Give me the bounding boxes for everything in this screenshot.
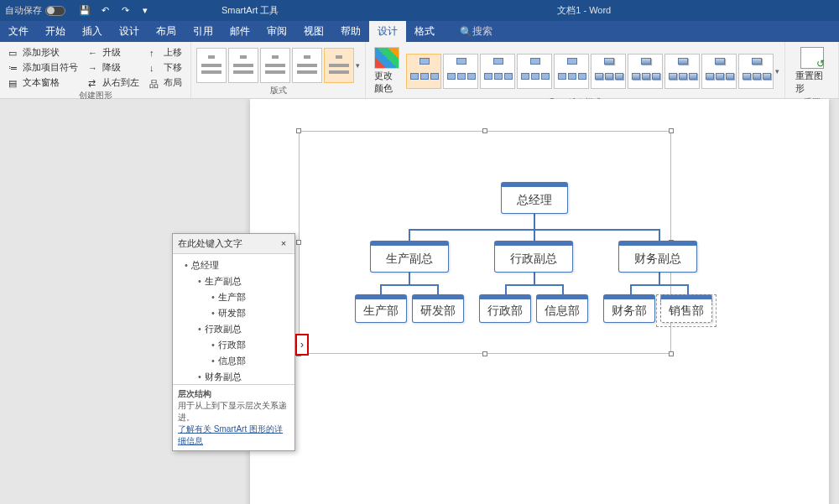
group-create-graphic: ▭添加形状 ≔添加项目符号 ▤文本窗格 ←升级 →降级 ⇄从右到左 ↑上移 ↓下…	[0, 42, 191, 98]
style-gallery: ▾	[406, 45, 779, 96]
tab-review[interactable]: 审阅	[258, 21, 295, 42]
learn-more-link[interactable]: 了解有关 SmartArt 图形的详细信息	[178, 423, 289, 447]
layout-icon: 品	[149, 78, 161, 88]
shape-icon: ▭	[8, 48, 20, 58]
autosave-toggle[interactable]: 自动保存	[0, 4, 70, 17]
style-option-6[interactable]	[591, 54, 626, 89]
redo-icon[interactable]: ↷	[116, 3, 134, 19]
style-option-10[interactable]	[738, 54, 774, 89]
contextual-tab-label: SmartArt 工具	[221, 4, 279, 17]
move-up-button[interactable]: ↑上移	[146, 45, 185, 60]
text-pane-item[interactable]: •生产部	[175, 289, 293, 305]
style-option-4[interactable]	[517, 54, 552, 89]
layout-option-5[interactable]	[324, 48, 354, 83]
document-title: 文档1 - Word	[329, 4, 839, 17]
layout-option-2[interactable]	[228, 48, 258, 83]
org-node-l3[interactable]: 信息部	[536, 294, 588, 323]
color-swatch-icon	[374, 47, 399, 69]
org-node-l3[interactable]: 生产部	[355, 294, 407, 323]
layout-option-3[interactable]	[260, 48, 290, 83]
tab-home[interactable]: 开始	[37, 21, 74, 42]
tab-layout[interactable]: 布局	[148, 21, 185, 42]
tab-file[interactable]: 文件	[0, 21, 37, 42]
change-colors-button[interactable]: 更改颜色	[371, 45, 403, 96]
ribbon: ▭添加形状 ≔添加项目符号 ▤文本窗格 ←升级 →降级 ⇄从右到左 ↑上移 ↓下…	[0, 42, 839, 99]
style-option-3[interactable]	[480, 54, 515, 89]
promote-icon: ←	[88, 48, 100, 58]
close-icon[interactable]: ×	[278, 238, 289, 250]
style-option-9[interactable]	[701, 54, 737, 89]
bullet-icon: ≔	[8, 63, 20, 73]
text-pane-item[interactable]: •行政副总	[175, 321, 293, 337]
tab-search[interactable]: 🔍 搜索	[451, 21, 501, 42]
org-node-l2-0[interactable]: 生产副总	[370, 241, 449, 273]
smartart-frame[interactable]: 总经理 生产副总 行政副总 财务副总 生产部 研发部 行政部 信息部 财务部 销…	[299, 131, 671, 354]
down-icon: ↓	[149, 63, 161, 73]
style-option-5[interactable]	[554, 54, 589, 89]
style-option-1[interactable]	[406, 54, 441, 89]
tab-references[interactable]: 引用	[185, 21, 221, 42]
layout-option-4[interactable]	[292, 48, 322, 83]
chevron-right-icon: ›	[300, 339, 304, 351]
text-pane[interactable]: 在此处键入文字 × •总经理•生产副总•生产部•研发部•行政副总•行政部•信息部…	[172, 233, 295, 451]
page[interactable]: 总经理 生产副总 行政副总 财务副总 生产部 研发部 行政部 信息部 财务部 销…	[250, 99, 829, 504]
rtl-button[interactable]: ⇄从右到左	[85, 75, 143, 90]
org-node-l3[interactable]: 财务部	[603, 294, 655, 323]
document-canvas[interactable]: 总经理 生产副总 行政副总 财务副总 生产部 研发部 行政部 信息部 财务部 销…	[0, 99, 839, 504]
text-pane-item[interactable]: •行政部	[175, 337, 293, 353]
qat-more-icon[interactable]: ▾	[136, 3, 154, 19]
style-option-7[interactable]	[628, 54, 663, 89]
style-gallery-more[interactable]: ▾	[775, 67, 779, 75]
text-pane-item[interactable]: •生产副总	[175, 273, 293, 289]
text-pane-item[interactable]: •信息部	[175, 353, 293, 369]
org-node-l3-selected[interactable]: 销售部	[660, 294, 712, 323]
org-node-l2-1[interactable]: 行政副总	[494, 241, 573, 273]
resize-handle[interactable]	[669, 128, 674, 133]
promote-button[interactable]: ←升级	[85, 45, 143, 60]
tab-smartart-design[interactable]: 设计	[369, 21, 406, 42]
text-pane-item[interactable]: •总经理	[175, 257, 293, 273]
undo-icon[interactable]: ↶	[96, 3, 114, 19]
tab-insert[interactable]: 插入	[74, 21, 111, 42]
layout-button[interactable]: 品布局	[146, 75, 185, 90]
add-bullet-button[interactable]: ≔添加项目符号	[5, 60, 81, 75]
text-pane-item[interactable]: •研发部	[175, 305, 293, 321]
tab-mailings[interactable]: 邮件	[221, 21, 258, 42]
text-pane-collapse-button[interactable]: ›	[295, 334, 309, 356]
tab-design[interactable]: 设计	[111, 21, 148, 42]
tab-help[interactable]: 帮助	[332, 21, 369, 42]
org-node-root[interactable]: 总经理	[501, 182, 568, 214]
style-option-2[interactable]	[443, 54, 478, 89]
connector	[687, 284, 689, 294]
text-pane-footer: 层次结构 用于从上到下显示层次关系递进。 了解有关 SmartArt 图形的详细…	[173, 384, 294, 450]
demote-button[interactable]: →降级	[85, 60, 143, 75]
resize-handle[interactable]	[296, 240, 301, 245]
tab-smartart-format[interactable]: 格式	[406, 21, 443, 42]
group-layouts: ▾ 版式	[191, 42, 366, 98]
style-option-8[interactable]	[664, 54, 700, 89]
layout-option-1[interactable]	[196, 48, 227, 83]
layout-gallery-more[interactable]: ▾	[356, 61, 360, 70]
org-node-l2-2[interactable]: 财务副总	[618, 241, 697, 273]
resize-handle[interactable]	[296, 128, 301, 133]
move-down-button[interactable]: ↓下移	[146, 60, 185, 75]
connector	[380, 284, 382, 294]
org-node-l3[interactable]: 研发部	[412, 294, 464, 323]
reset-graphic-button[interactable]: 重置图形	[790, 45, 833, 96]
resize-handle[interactable]	[482, 128, 487, 133]
toggle-off-icon	[45, 6, 65, 16]
group-label: 版式	[196, 85, 360, 98]
group-reset: 重置图形 重置	[785, 42, 839, 98]
tab-view[interactable]: 视图	[295, 21, 332, 42]
add-shape-button[interactable]: ▭添加形状	[5, 45, 81, 60]
text-pane-body[interactable]: •总经理•生产副总•生产部•研发部•行政副总•行政部•信息部•财务副总•财务部•…	[173, 254, 294, 384]
text-pane-item[interactable]: •财务副总	[175, 369, 293, 384]
rtl-icon: ⇄	[88, 78, 100, 88]
reset-icon	[800, 47, 824, 69]
up-icon: ↑	[149, 48, 161, 58]
save-icon[interactable]: 💾	[76, 3, 94, 19]
text-pane-button[interactable]: ▤文本窗格	[5, 75, 81, 90]
text-pane-header: 在此处键入文字 ×	[173, 234, 294, 254]
demote-icon: →	[88, 63, 100, 73]
org-node-l3[interactable]: 行政部	[479, 294, 531, 323]
